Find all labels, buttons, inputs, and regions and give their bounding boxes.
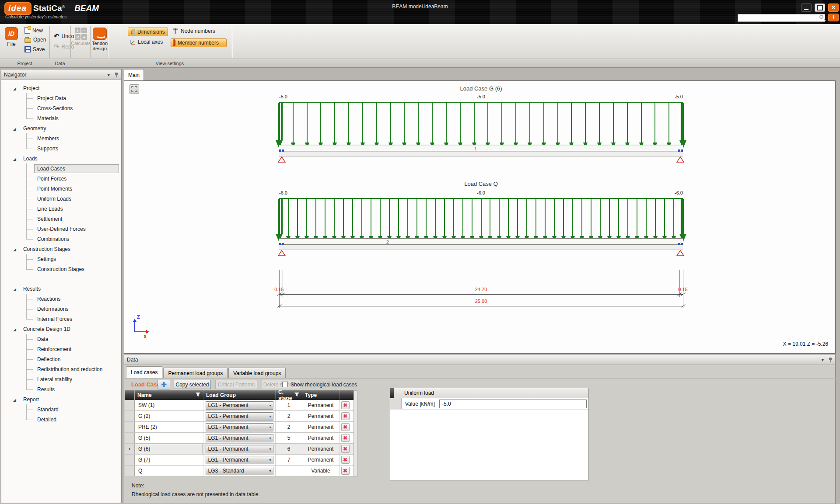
nav-item-supports[interactable]: Supports — [1, 143, 121, 153]
data-dropdown-icon[interactable] — [821, 357, 824, 363]
nav-item-point-moments[interactable]: Point Moments — [1, 184, 121, 194]
load-case-row-pre-2[interactable]: PRE (2)LG1 - Permanent▾2Permanent — [125, 422, 354, 433]
header-name[interactable]: Name — [135, 390, 203, 400]
tree-expander-icon[interactable] — [13, 156, 21, 162]
add-load-case-button[interactable] — [158, 380, 170, 389]
minimize-button[interactable] — [801, 3, 812, 12]
nav-item-redistribution-and-reduction[interactable]: Redistribution and reduction — [1, 364, 121, 374]
nav-item-settlement[interactable]: Settlement — [1, 214, 121, 224]
c-stage-cell[interactable] — [276, 466, 302, 476]
tree-expander-icon[interactable] — [13, 85, 21, 91]
node-numbers-toggle[interactable]: Node numbers — [171, 28, 217, 35]
nav-item-detailed[interactable]: Detailed — [1, 414, 121, 424]
load-case-row-g-6[interactable]: ›G (6)LG1 - Permanent▾6Permanent — [125, 444, 354, 455]
tab-variable-load-groups[interactable]: Variable load groups — [228, 368, 286, 378]
delete-load-case-button[interactable] — [341, 434, 350, 442]
navigator-dropdown-icon[interactable] — [107, 72, 110, 78]
load-case-name[interactable]: G (5) — [135, 433, 203, 443]
nav-item-deflection[interactable]: Deflection — [1, 354, 121, 364]
uniform-load-value-input[interactable] — [439, 400, 587, 408]
delete-load-case-button[interactable] — [341, 445, 350, 453]
nav-item-point-forces[interactable]: Point Forces — [1, 174, 121, 184]
tree-expander-icon[interactable] — [13, 286, 21, 292]
open-button[interactable]: Open — [23, 36, 48, 43]
maximize-button[interactable] — [815, 3, 825, 12]
load-case-name[interactable]: G (2) — [135, 411, 203, 421]
row-selector[interactable] — [125, 466, 135, 476]
header-c-stage[interactable]: C. stage — [276, 390, 302, 400]
tendon-design-button[interactable]: Tendon design — [92, 27, 108, 52]
load-case-name[interactable]: G (7) — [135, 455, 203, 465]
load-case-row-q[interactable]: QLG3 - Standard▾Variable — [125, 466, 354, 476]
filter-icon[interactable] — [196, 392, 200, 398]
load-group-dropdown[interactable]: LG1 - Permanent▾ — [206, 423, 273, 431]
load-case-name[interactable]: G (6) — [135, 444, 203, 454]
nav-item-reactions[interactable]: Reactions — [1, 294, 121, 304]
load-group-dropdown[interactable]: LG1 - Permanent▾ — [206, 445, 273, 453]
info-button[interactable]: i — [828, 14, 839, 21]
c-stage-cell[interactable]: 2 — [276, 411, 302, 421]
nav-item-project[interactable]: Project — [1, 83, 121, 93]
tab-permanent-load-groups[interactable]: Permanent load groups — [163, 368, 228, 378]
load-group-dropdown[interactable]: LG1 - Permanent▾ — [206, 434, 273, 442]
tree-expander-icon[interactable] — [13, 396, 21, 403]
c-stage-cell[interactable]: 5 — [276, 433, 302, 443]
nav-item-standard[interactable]: Standard — [1, 404, 121, 414]
c-stage-cell[interactable]: 6 — [276, 444, 302, 454]
nav-item-loads[interactable]: Loads — [1, 153, 121, 163]
critical-patterns-button[interactable]: Critical Patterns — [215, 380, 257, 389]
nav-item-internal-forces[interactable]: Internal Forces — [1, 314, 121, 324]
nav-item-members[interactable]: Members — [1, 133, 121, 143]
nav-item-report[interactable]: Report — [1, 394, 121, 404]
search-input[interactable] — [738, 14, 825, 22]
load-case-row-sw-1[interactable]: SW (1)LG1 - Permanent▾1Permanent — [125, 400, 354, 411]
row-selector[interactable] — [125, 411, 135, 421]
row-selector[interactable] — [125, 455, 135, 465]
nav-item-results[interactable]: Results — [1, 384, 121, 394]
tree-expander-icon[interactable] — [13, 246, 21, 252]
filter-icon[interactable] — [294, 392, 299, 398]
delete-load-case-button[interactable] — [341, 467, 350, 475]
nav-item-reinforcement[interactable]: Reinforcement — [1, 344, 121, 354]
load-case-row-g-5[interactable]: G (5)LG1 - Permanent▾5Permanent — [125, 433, 354, 444]
c-stage-cell[interactable]: 1 — [276, 400, 302, 410]
nav-item-combinations[interactable]: Combinations — [1, 234, 121, 244]
table-scrollbar[interactable] — [354, 390, 357, 477]
nav-item-construction-stages[interactable]: Construction Stages — [1, 264, 121, 274]
nav-item-deformations[interactable]: Deformations — [1, 304, 121, 314]
new-button[interactable]: New — [23, 27, 45, 34]
nav-item-materials[interactable]: Materials — [1, 113, 121, 123]
dimensions-toggle[interactable]: Dimensions — [128, 28, 168, 36]
load-group-dropdown[interactable]: LG3 - Standard▾ — [206, 467, 273, 475]
data-pin-icon[interactable] — [828, 357, 833, 362]
row-selector[interactable] — [125, 422, 135, 432]
nav-item-lateral-stability[interactable]: Lateral stability — [1, 374, 121, 384]
c-stage-cell[interactable]: 7 — [276, 455, 302, 465]
close-button[interactable]: ✕ — [828, 3, 839, 12]
save-button[interactable]: Save — [23, 46, 46, 53]
nav-item-data[interactable]: Data — [1, 334, 121, 344]
header-load-group[interactable]: Load Group — [203, 390, 276, 400]
tab-load-cases[interactable]: Load cases — [126, 366, 162, 378]
nav-item-uniform-loads[interactable]: Uniform Loads — [1, 194, 121, 204]
header-type[interactable]: Type — [302, 390, 340, 400]
load-case-row-g-2[interactable]: G (2)LG1 - Permanent▾2Permanent — [125, 411, 354, 422]
load-case-row-g-7[interactable]: G (7)LG1 - Permanent▾7Permanent — [125, 455, 354, 466]
model-canvas[interactable]: Z X X = 19.01 Z = -5.26 Load Case G (6)-… — [124, 80, 836, 354]
file-button[interactable]: ID File — [3, 27, 20, 48]
nav-item-load-cases[interactable]: Load Cases — [1, 163, 121, 174]
nav-item-user-defined-forces[interactable]: User-Defined Forces — [1, 224, 121, 234]
load-group-dropdown[interactable]: LG1 - Permanent▾ — [206, 401, 273, 410]
nav-item-construction-stages[interactable]: Construction Stages — [1, 244, 121, 254]
delete-load-case-button[interactable] — [341, 401, 350, 409]
nav-item-line-loads[interactable]: Line Loads — [1, 204, 121, 214]
nav-item-project-data[interactable]: Project Data — [1, 93, 121, 103]
delete-load-case-button[interactable] — [341, 423, 350, 431]
tree-expander-icon[interactable] — [13, 125, 21, 132]
nav-item-geometry[interactable]: Geometry — [1, 123, 121, 133]
delete-load-case-button[interactable] — [341, 412, 350, 420]
local-axes-toggle[interactable]: Local axes — [128, 38, 164, 45]
delete-load-case-button[interactable] — [341, 456, 350, 464]
tab-main[interactable]: Main — [124, 69, 144, 81]
load-case-name[interactable]: SW (1) — [135, 400, 203, 410]
